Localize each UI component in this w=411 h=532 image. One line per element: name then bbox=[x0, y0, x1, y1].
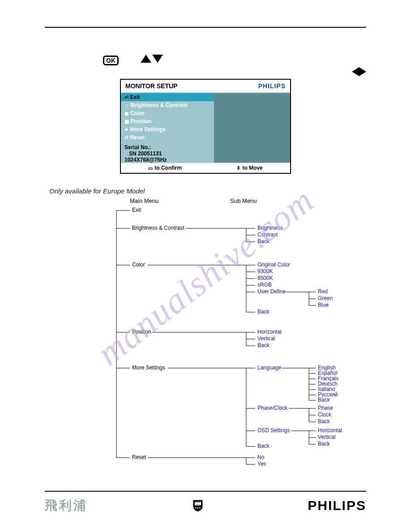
tree-sub-6500k: 6500K bbox=[257, 275, 273, 282]
tree-sub-reset-yes: Yes bbox=[257, 461, 266, 468]
tree-sub-osd-settings: OSD Settings bbox=[257, 427, 290, 434]
tree-sub3-osd-vertical: Vertical bbox=[318, 434, 335, 441]
tree-sub-more-back: Back bbox=[257, 443, 270, 450]
tree-note: Only available for Europe Model bbox=[49, 187, 366, 195]
svg-point-60 bbox=[195, 507, 197, 509]
osd-panel: MONITOR SETUP PHILIPS ⏎ Exit ☼ Brightnes… bbox=[120, 79, 291, 174]
tree-sub-phase-clock: Phase/Clock bbox=[257, 405, 287, 412]
tree-sub-title: Sub Menu bbox=[230, 197, 257, 204]
tree-main-position: Position bbox=[132, 329, 151, 335]
up-down-arrows-icon bbox=[141, 55, 163, 63]
osd-item-position[interactable]: ▦ Position bbox=[121, 117, 214, 125]
footer-cjk-logo: 飛利浦 bbox=[45, 497, 88, 514]
tree-sub-bc-back: Back bbox=[257, 238, 270, 245]
osd-item-more-settings[interactable]: ✦ More Settings bbox=[121, 125, 214, 133]
osd-item-color[interactable]: ◉ Color bbox=[121, 109, 214, 117]
osd-move-hint: ⇕ to Move bbox=[236, 165, 262, 171]
tree-sub3-osd-back: Back bbox=[318, 441, 330, 447]
osd-item-exit[interactable]: ⏎ Exit bbox=[121, 93, 214, 101]
tree-sub3-pc-back: Back bbox=[318, 418, 330, 425]
tree-diagram: Exit Brightness & Contrast Color Positio… bbox=[112, 207, 366, 471]
tree-sub3-lang-back: Back bbox=[318, 397, 330, 403]
tree-sub3-osd-horizontal: Horizontal bbox=[318, 427, 342, 434]
top-rule bbox=[45, 27, 366, 28]
osd-menu-list: ⏎ Exit ☼ Brightness & Contrast ◉ Color ▦… bbox=[121, 93, 214, 163]
tree-sub-srgb: sRGB bbox=[257, 282, 272, 288]
left-right-arrows-icon bbox=[352, 67, 366, 76]
tree-main-reset: Reset bbox=[132, 454, 146, 461]
osd-title: MONITOR SETUP bbox=[125, 82, 177, 90]
osd-brand: PHILIPS bbox=[258, 82, 286, 90]
tree-sub-language: Language bbox=[257, 365, 281, 371]
tree-sub3-green: Green bbox=[318, 295, 333, 302]
philips-shield-icon bbox=[192, 499, 204, 512]
tree-sub-9300k: 9300K bbox=[257, 268, 273, 275]
tree-main-color: Color bbox=[132, 262, 145, 268]
tree-sub-user-define: User Define bbox=[257, 288, 286, 295]
ok-icon: OK bbox=[103, 56, 119, 65]
tree-sub3-clock: Clock bbox=[318, 412, 331, 418]
tree-sub-brightness: Brightness bbox=[257, 225, 283, 232]
osd-resolution: 1024X768@75Hz bbox=[124, 157, 210, 163]
tree-sub-contrast: Contrast bbox=[257, 232, 278, 238]
tree-sub-reset-no: No bbox=[257, 454, 264, 461]
tree-main-title: Main Menu bbox=[130, 197, 158, 204]
tree-sub-pos-back: Back bbox=[257, 342, 270, 349]
svg-point-62 bbox=[199, 507, 201, 509]
tree-main-exit: Exit bbox=[132, 207, 141, 214]
tree-sub3-blue: Blue bbox=[318, 302, 329, 309]
osd-preview-pane bbox=[214, 93, 290, 163]
tree-sub-pos-horizontal: Horizontal bbox=[257, 329, 282, 335]
tree-sub3-phase: Phase bbox=[318, 405, 333, 412]
osd-serial-value: SN 20051131 bbox=[124, 150, 210, 157]
tree-sub-original-color: Original Color bbox=[257, 262, 290, 268]
tree-main-brightness: Brightness & Contrast bbox=[132, 225, 184, 232]
osd-serial-label: Serial No.: bbox=[124, 144, 210, 150]
tree-sub3-red: Red bbox=[318, 288, 328, 295]
footer-brand: PHILIPS bbox=[308, 498, 366, 513]
osd-item-brightness[interactable]: ☼ Brightness & Contrast bbox=[121, 101, 214, 109]
tree-main-more-settings: More Settings bbox=[132, 365, 165, 371]
svg-point-61 bbox=[197, 507, 198, 509]
tree-sub-color-back: Back bbox=[257, 309, 270, 315]
osd-confirm-hint: ▭ to Confirm bbox=[148, 165, 182, 171]
osd-item-reset[interactable]: ↺ Reset bbox=[121, 133, 214, 142]
tree-sub-pos-vertical: Vertical bbox=[257, 335, 275, 342]
bottom-rule bbox=[45, 491, 366, 492]
